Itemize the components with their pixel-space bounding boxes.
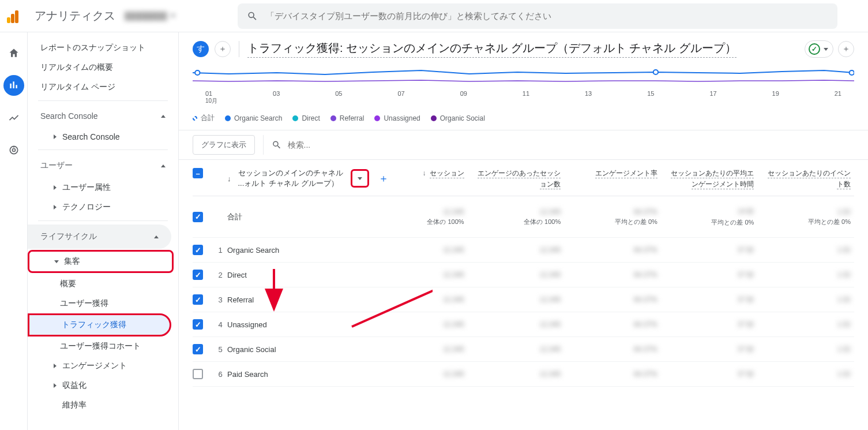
cell: 84.37% [634, 320, 657, 328]
row-checkbox[interactable]: ✓ [193, 294, 203, 305]
add-dimension-button[interactable]: ＋ [378, 171, 389, 185]
sidenav-search-console[interactable]: Search Console [28, 128, 178, 146]
metric-header-engaged-sessions[interactable]: エンゲージのあったセッション数 [468, 168, 565, 190]
row-dimension: Direct [227, 271, 247, 279]
table-row[interactable]: ✓5Organic Social12,34512,34584.37%37 秒1.… [193, 337, 854, 362]
sidenav-monetization[interactable]: 収益化 [28, 376, 178, 395]
legend-item[interactable]: Organic Search [225, 114, 282, 122]
table-row[interactable]: 6Paid Search12,34512,34584.37%37 秒1.52 [193, 362, 854, 387]
reports-icon[interactable] [3, 75, 24, 96]
cell: 12,345 [443, 271, 464, 279]
metric-header-avg-engagement-time[interactable]: セッションあたりの平均エンゲージメント時間 [661, 168, 758, 190]
sidenav: レポートのスナップショット リアルタイムの概要 リアルタイム ページ Searc… [28, 32, 179, 430]
show-in-chart-button[interactable]: グラフに表示 [193, 135, 255, 155]
cell: 12,345 [443, 370, 464, 378]
sidenav-traffic-acquisition[interactable]: トラフィック獲得 [28, 313, 171, 336]
sidenav-technology[interactable]: テクノロジー [28, 197, 178, 217]
sidenav-group-search-console[interactable]: Search Console [28, 104, 178, 128]
cell: 1.52 [837, 296, 851, 304]
metric-header-events-per-session[interactable]: セッションあたりのイベント数 [757, 168, 854, 190]
property-selector[interactable]: ████████ [125, 12, 228, 20]
sidenav-user-attr[interactable]: ユーザー属性 [28, 178, 178, 197]
sidenav-acquisition[interactable]: 集客 [28, 250, 174, 273]
page-title[interactable]: トラフィック獲得: セッションのメインのチャネル グループ（デフォルト チャネル… [247, 40, 737, 58]
table-row[interactable]: ✓4Unassigned12,34512,34584.37%37 秒1.52 [193, 312, 854, 337]
legend-item[interactable]: 合計 [193, 113, 215, 123]
cell: 37 秒 [738, 370, 754, 378]
global-search[interactable] [238, 3, 837, 29]
chevron-down-icon [358, 177, 362, 180]
sidenav-acq-overview[interactable]: 概要 [28, 274, 178, 294]
chart-legend: 合計Organic SearchDirectReferralUnassigned… [179, 109, 868, 130]
metric-header-engagement-rate[interactable]: エンゲージメント率 [564, 168, 661, 179]
table-search-input[interactable] [288, 140, 854, 149]
group-label: Search Console [40, 111, 98, 121]
chevron-up-icon [161, 115, 166, 118]
table-row[interactable]: ✓2Direct12,34512,34584.37%37 秒1.52 [193, 263, 854, 287]
cell: 84.37% [634, 345, 657, 353]
row-checkbox[interactable]: ✓ [193, 319, 203, 330]
table-row[interactable]: ✓3Referral12,34512,34584.37%37 秒1.52 [193, 287, 854, 312]
sidenav-engagement[interactable]: エンゲージメント [28, 356, 178, 376]
segment-chip[interactable]: す [193, 41, 209, 57]
caret-right-icon [54, 383, 57, 388]
legend-item[interactable]: Direct [292, 114, 320, 122]
row-dimension: Organic Search [227, 246, 279, 255]
sidenav-retention[interactable]: 維持率 [28, 395, 178, 415]
row-checkbox[interactable]: ✓ [193, 212, 203, 222]
row-index: 4 [213, 320, 227, 329]
status-pill[interactable]: ✓ [805, 40, 833, 58]
page-header: す ＋ トラフィック獲得: セッションのメインのチャネル グループ（デフォルト … [179, 32, 868, 66]
chevron-up-icon [154, 235, 159, 238]
sidenav-realtime-overview[interactable]: リアルタイムの概要 [28, 58, 178, 77]
table-search[interactable] [263, 135, 854, 155]
cell: 1.52 [837, 271, 851, 279]
metric-header-sessions[interactable]: ↓セッション [389, 168, 467, 179]
legend-item[interactable]: Referral [330, 114, 365, 122]
legend-item[interactable]: Organic Social [431, 114, 485, 122]
cell: 84.37% [634, 271, 657, 279]
select-all-checkbox[interactable]: – [193, 168, 203, 178]
cell: 12,345 [539, 320, 561, 328]
add-card-button[interactable]: ＋ [838, 41, 854, 57]
row-checkbox[interactable] [193, 369, 203, 379]
nav-rail [0, 32, 28, 430]
cell: 1.52 [837, 246, 851, 254]
search-icon [247, 10, 258, 22]
sidenav-group-lifecycle[interactable]: ライフサイクル [28, 225, 171, 249]
trend-chart[interactable] [193, 66, 854, 92]
cell: 1.52 [837, 320, 851, 328]
row-checkbox[interactable]: ✓ [193, 245, 203, 255]
row-checkbox[interactable]: ✓ [193, 344, 203, 354]
sidenav-user-acq-cohort[interactable]: ユーザー獲得コホート [28, 336, 178, 356]
search-input[interactable] [266, 11, 828, 21]
caret-right-icon [54, 205, 57, 210]
dimension-dropdown[interactable] [351, 169, 369, 188]
row-checkbox[interactable]: ✓ [193, 270, 203, 280]
row-dimension: Referral [227, 296, 254, 304]
cell: 12,345 [443, 296, 464, 304]
legend-item[interactable]: Unassigned [374, 114, 420, 122]
sidenav-realtime-pages[interactable]: リアルタイム ページ [28, 77, 178, 97]
svg-point-3 [653, 70, 658, 74]
legend-dot-icon [225, 115, 231, 121]
advertising-icon[interactable] [3, 140, 24, 160]
product-name: アナリティクス [35, 8, 115, 24]
dimension-header[interactable]: ↓ セッションのメインのチャネル ...ォルト チャネル グループ） ＋ [227, 168, 389, 189]
sidenav-user-acquisition[interactable]: ユーザー獲得 [28, 294, 178, 313]
home-icon[interactable] [3, 43, 24, 63]
cell: 1.52 [837, 370, 851, 378]
search-icon [272, 140, 282, 150]
explore-icon[interactable] [3, 107, 24, 128]
sidenav-snapshot[interactable]: レポートのスナップショット [28, 38, 178, 58]
legend-dot-icon [374, 115, 380, 121]
svg-point-1 [12, 149, 15, 152]
sidenav-group-user[interactable]: ユーザー [28, 154, 178, 178]
row-index: 3 [213, 296, 227, 304]
row-dimension: Paid Search [227, 370, 268, 379]
table-row[interactable]: ✓1Organic Search12,34512,34584.37%37 秒1.… [193, 238, 854, 263]
chevron-down-icon [171, 14, 175, 17]
cell: 37 秒 [738, 246, 754, 254]
add-segment-button[interactable]: ＋ [215, 41, 231, 57]
divider [239, 41, 239, 57]
